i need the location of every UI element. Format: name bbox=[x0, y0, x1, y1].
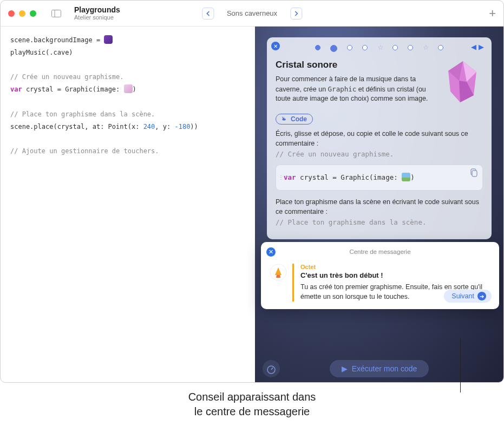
message-title: C'est un très bon début ! bbox=[300, 271, 490, 279]
code-comment: // Ajoute un gestionnaire de touchers. bbox=[10, 147, 159, 155]
lesson-progress: ☆ ☆ bbox=[276, 45, 483, 52]
code-number: 240 bbox=[143, 123, 155, 130]
lesson-card: ✕ ◀ ▶ ☆ ☆ bbox=[267, 37, 492, 239]
code-snippet[interactable]: ⋮⋮ var crystal = Graphic(image: ) bbox=[276, 165, 483, 191]
speed-button[interactable] bbox=[263, 360, 280, 377]
progress-star[interactable]: ☆ bbox=[377, 45, 383, 50]
lesson-step-text: Écris, glisse et dépose, ou copie et col… bbox=[276, 129, 483, 148]
progress-star[interactable]: ☆ bbox=[423, 45, 428, 50]
app-window: Playgrounds Atelier sonique Sons caverne… bbox=[0, 0, 504, 383]
image-literal-icon bbox=[124, 84, 133, 93]
live-view: ✕ ◀ ▶ ☆ ☆ bbox=[255, 27, 503, 382]
image-literal-icon bbox=[104, 35, 113, 44]
progress-dot-current[interactable] bbox=[330, 45, 337, 52]
crystal-image bbox=[444, 60, 482, 103]
progress-dot[interactable] bbox=[408, 45, 413, 50]
code-number: -180 bbox=[174, 123, 190, 130]
swift-icon bbox=[282, 116, 288, 122]
lesson-step-comment: // Place ton graphisme dans la scène. bbox=[276, 218, 483, 227]
nav-page-title: Sons caverneux bbox=[217, 9, 287, 17]
code-text: scene.backgroundImage = bbox=[10, 36, 104, 44]
progress-dot[interactable] bbox=[392, 45, 398, 50]
caption-text: Conseil apparaissant dans le centre de m… bbox=[0, 390, 504, 419]
sidebar-toggle-icon[interactable] bbox=[49, 8, 63, 19]
progress-dot[interactable] bbox=[347, 45, 352, 50]
message-center-popup: ✕ Centre de messagerie Octet C'est un tr… bbox=[261, 242, 499, 309]
code-comment: // Crée un nouveau graphisme. bbox=[10, 73, 124, 81]
avatar-icon bbox=[270, 264, 287, 281]
progress-dot[interactable] bbox=[438, 45, 443, 50]
popup-close-button[interactable]: ✕ bbox=[266, 247, 276, 257]
run-code-button[interactable]: ▶ Exécuter mon code bbox=[330, 360, 429, 377]
code-text: crystal = Graphic(image: bbox=[22, 86, 124, 93]
nav-prev-button[interactable] bbox=[202, 8, 214, 19]
lesson-intro: Pour commencer à faire de la musique dan… bbox=[276, 75, 438, 104]
window-close-button[interactable] bbox=[8, 10, 15, 17]
window-minimize-button[interactable] bbox=[19, 10, 25, 17]
main-split: scene.backgroundImage = playMusic(.cave)… bbox=[1, 27, 503, 382]
callout-line bbox=[460, 338, 461, 392]
lesson-body: Écris, glisse et dépose, ou copie et col… bbox=[276, 129, 483, 228]
app-subtitle: Atelier sonique bbox=[74, 14, 120, 21]
popup-next-button[interactable]: Suivant ➔ bbox=[444, 290, 492, 303]
titlebar: Playgrounds Atelier sonique Sons caverne… bbox=[1, 1, 503, 27]
code-comment: // Place ton graphisme dans la scène. bbox=[10, 110, 155, 118]
lesson-step-comment: // Crée un nouveau graphisme. bbox=[276, 149, 483, 159]
progress-dot[interactable] bbox=[315, 45, 320, 50]
svg-line-9 bbox=[271, 368, 273, 370]
code-keyword: var bbox=[10, 86, 22, 93]
window-zoom-button[interactable] bbox=[30, 10, 36, 17]
title-block: Playgrounds Atelier sonique bbox=[74, 5, 120, 21]
message-sender: Octet bbox=[300, 264, 490, 270]
code-section-badge: Code bbox=[276, 114, 313, 125]
code-text: playMusic(.cave) bbox=[10, 49, 73, 56]
svg-rect-0 bbox=[52, 10, 61, 17]
arrow-right-icon: ➔ bbox=[477, 292, 486, 300]
nav-next-button[interactable] bbox=[290, 8, 302, 19]
play-icon: ▶ bbox=[342, 364, 348, 373]
popup-title: Centre de messagerie bbox=[270, 248, 490, 255]
progress-dot[interactable] bbox=[362, 45, 368, 50]
run-bar: ▶ Exécuter mon code bbox=[255, 355, 503, 382]
traffic-lights bbox=[8, 10, 36, 17]
copy-icon[interactable] bbox=[469, 168, 478, 180]
lesson-step-text: Place ton graphisme dans la scène en écr… bbox=[276, 197, 483, 217]
drag-handle-icon[interactable]: ⋮⋮ bbox=[278, 174, 289, 182]
add-button[interactable]: + bbox=[489, 6, 496, 21]
image-literal-icon bbox=[402, 173, 410, 181]
run-code-label: Exécuter mon code bbox=[352, 364, 417, 373]
page-nav: Sons caverneux bbox=[202, 8, 302, 19]
svg-marker-12 bbox=[276, 275, 280, 278]
code-text: scene.place(crystal, at: Point(x: bbox=[10, 123, 143, 130]
code-editor[interactable]: scene.backgroundImage = playMusic(.cave)… bbox=[1, 27, 255, 382]
app-title: Playgrounds bbox=[74, 5, 120, 14]
svg-rect-7 bbox=[472, 171, 477, 176]
